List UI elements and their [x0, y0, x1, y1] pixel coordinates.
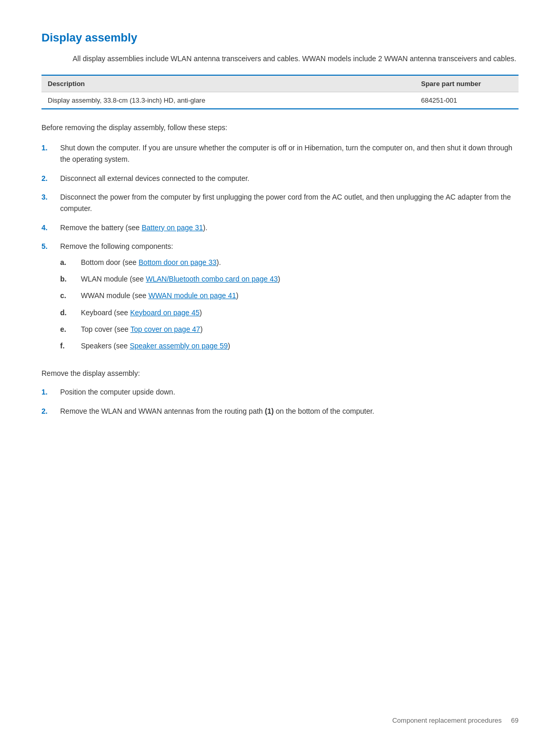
step-content: Position the computer upside down. — [60, 386, 519, 398]
list-item: d.Keyboard (see Keyboard on page 45) — [60, 307, 519, 318]
bold-inline: (1) — [265, 407, 274, 415]
remove-steps-list: 1.Position the computer upside down.2.Re… — [41, 386, 519, 417]
sub-step-link[interactable]: Keyboard on page 45 — [130, 308, 200, 317]
list-item: 1.Position the computer upside down. — [41, 386, 519, 398]
list-item: a.Bottom door (see Bottom door on page 3… — [60, 257, 519, 268]
sub-step-label: f. — [60, 340, 81, 352]
footer-page-number: 69 — [511, 716, 519, 724]
list-item: 3.Disconnect the power from the computer… — [41, 191, 519, 215]
step-link[interactable]: Battery on page 31 — [142, 223, 203, 232]
list-item: 2.Disconnect all external devices connec… — [41, 173, 519, 184]
step-number: 2. — [41, 405, 60, 417]
parts-table: Description Spare part number Display as… — [41, 75, 519, 109]
before-steps-list: 1.Shut down the computer. If you are uns… — [41, 142, 519, 357]
page-title: Display assembly — [41, 31, 519, 45]
sub-step-content: Top cover (see Top cover on page 47) — [81, 324, 519, 335]
sub-steps-list: a.Bottom door (see Bottom door on page 3… — [60, 257, 519, 352]
step-number: 4. — [41, 222, 60, 233]
sub-step-content: Keyboard (see Keyboard on page 45) — [81, 307, 519, 318]
sub-step-content: WLAN module (see WLAN/Bluetooth combo ca… — [81, 273, 519, 285]
list-item: e.Top cover (see Top cover on page 47) — [60, 324, 519, 335]
table-cell-description: Display assembly, 33.8-cm (13.3-inch) HD… — [41, 92, 415, 109]
step-content: Remove the WLAN and WWAN antennas from t… — [60, 405, 519, 417]
list-item: b.WLAN module (see WLAN/Bluetooth combo … — [60, 273, 519, 285]
sub-step-link[interactable]: WLAN/Bluetooth combo card on page 43 — [146, 275, 278, 283]
sub-step-label: d. — [60, 307, 81, 318]
step-content: Shut down the computer. If you are unsur… — [60, 142, 519, 165]
sub-step-content: Bottom door (see Bottom door on page 33)… — [81, 257, 519, 268]
col-description-header: Description — [41, 75, 415, 92]
table-cell-part-number: 684251-001 — [415, 92, 519, 109]
table-row: Display assembly, 33.8-cm (13.3-inch) HD… — [41, 92, 519, 109]
sub-step-content: WWAN module (see WWAN module on page 41) — [81, 290, 519, 301]
sub-step-label: c. — [60, 290, 81, 301]
sub-step-link[interactable]: Bottom door on page 33 — [138, 258, 216, 266]
sub-step-link[interactable]: WWAN module on page 41 — [148, 291, 236, 300]
before-steps-intro: Before removing the display assembly, fo… — [41, 122, 519, 133]
step-number: 1. — [41, 386, 60, 398]
sub-step-link[interactable]: Top cover on page 47 — [130, 325, 200, 333]
footer-left: Component replacement procedures — [392, 716, 501, 724]
sub-step-label: b. — [60, 273, 81, 285]
step-number: 3. — [41, 191, 60, 215]
step-content: Remove the battery (see Battery on page … — [60, 222, 519, 233]
list-item: 1.Shut down the computer. If you are uns… — [41, 142, 519, 165]
sub-step-label: e. — [60, 324, 81, 335]
list-item: f.Speakers (see Speaker assembly on page… — [60, 340, 519, 352]
sub-step-link[interactable]: Speaker assembly on page 59 — [130, 342, 228, 350]
col-part-number-header: Spare part number — [415, 75, 519, 92]
step-content: Disconnect all external devices connecte… — [60, 173, 519, 184]
step-content: Disconnect the power from the computer b… — [60, 191, 519, 215]
intro-text: All display assemblies include WLAN ante… — [73, 53, 519, 64]
sub-step-content: Speakers (see Speaker assembly on page 5… — [81, 340, 519, 352]
remove-section-header: Remove the display assembly: — [41, 368, 519, 379]
step-number: 1. — [41, 142, 60, 165]
sub-step-label: a. — [60, 257, 81, 268]
step-number: 2. — [41, 173, 60, 184]
list-item: 4.Remove the battery (see Battery on pag… — [41, 222, 519, 233]
list-item: 5.Remove the following components:a.Bott… — [41, 241, 519, 357]
step-content: Remove the following components:a.Bottom… — [60, 241, 519, 357]
step-number: 5. — [41, 241, 60, 357]
footer: Component replacement procedures 69 — [392, 716, 519, 724]
list-item: 2.Remove the WLAN and WWAN antennas from… — [41, 405, 519, 417]
list-item: c.WWAN module (see WWAN module on page 4… — [60, 290, 519, 301]
